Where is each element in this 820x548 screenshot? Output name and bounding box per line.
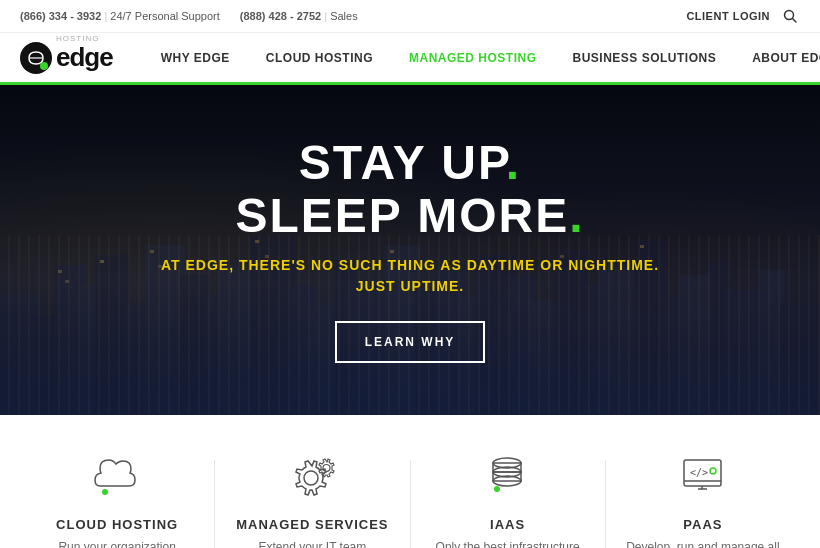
nav-item-business-solutions[interactable]: BUSINESS SOLUTIONS [554, 32, 734, 84]
logo-wordmark: edge [56, 42, 113, 72]
service-cloud-hosting-desc: Run your organizationon CloudPlus [58, 538, 175, 548]
nav-item-managed-hosting[interactable]: MANAGED HOSTING [391, 32, 555, 84]
logo-hosting: HOSTING [56, 34, 99, 43]
nav-item-about-edge[interactable]: ABOUT EDGE [734, 32, 820, 84]
service-iaas-desc: Only the best infrastructurefor your env… [436, 538, 580, 548]
phone2: (888) 428 - 2752 | Sales [240, 10, 358, 22]
nav-item-why-edge[interactable]: WHY EDGE [143, 32, 248, 84]
svg-point-54 [494, 486, 500, 492]
service-iaas-title: IAAS [490, 517, 525, 532]
svg-point-60 [710, 468, 716, 474]
service-managed-services-desc: Extend your IT teamwith Edge Hosting. [258, 538, 366, 548]
logo-icon [20, 42, 52, 74]
top-bar-right: CLIENT LOGIN [686, 6, 800, 26]
service-paas-title: PAAS [683, 517, 722, 532]
green-dot-2: . [569, 189, 584, 242]
phone1: (866) 334 - 3932 | 24/7 Personal Support [20, 10, 220, 22]
contact-info: (866) 334 - 3932 | 24/7 Personal Support… [20, 10, 358, 22]
svg-line-1 [793, 19, 797, 23]
search-button[interactable] [780, 6, 800, 26]
logo-text-wrap: HOSTING edge [56, 42, 113, 73]
nav-item-cloud-hosting[interactable]: CLOUD HOSTING [248, 32, 391, 84]
svg-text:</>: </> [690, 467, 708, 478]
services-section: CLOUD HOSTING Run your organizationon Cl… [0, 415, 820, 548]
service-iaas: IAAS Only the best infrastructurefor you… [411, 445, 605, 548]
search-icon [783, 9, 797, 23]
client-login-button[interactable]: CLIENT LOGIN [686, 10, 770, 22]
hero-content: STAY UP. SLEEP MORE. AT EDGE, THERE'S NO… [161, 137, 659, 363]
top-bar: (866) 334 - 3932 | 24/7 Personal Support… [0, 0, 820, 33]
service-cloud-hosting-title: CLOUD HOSTING [56, 517, 178, 532]
svg-point-48 [323, 464, 330, 471]
service-managed-services: MANAGED SERVICES Extend your IT teamwith… [215, 445, 409, 548]
hero-title-2: SLEEP MORE. [161, 190, 659, 243]
service-managed-services-title: MANAGED SERVICES [236, 517, 388, 532]
cloud-hosting-icon [82, 445, 152, 505]
managed-services-icon [277, 445, 347, 505]
iaas-icon [473, 445, 543, 505]
hero-subtitle: AT EDGE, THERE'S NO SUCH THING AS DAYTIM… [161, 255, 659, 297]
service-cloud-hosting: CLOUD HOSTING Run your organizationon Cl… [20, 445, 214, 548]
svg-point-47 [304, 471, 318, 485]
header: HOSTING edge WHY EDGE CLOUD HOSTING MANA… [0, 33, 820, 85]
logo[interactable]: HOSTING edge [20, 42, 113, 74]
hero-section: STAY UP. SLEEP MORE. AT EDGE, THERE'S NO… [0, 85, 820, 415]
main-nav: WHY EDGE CLOUD HOSTING MANAGED HOSTING B… [143, 32, 820, 84]
logo-dot [40, 62, 48, 70]
service-paas: </> PAAS Develop, run and manage allyour… [606, 445, 800, 548]
paas-icon: </> [668, 445, 738, 505]
green-dot-1: . [506, 136, 521, 189]
svg-point-46 [102, 489, 108, 495]
learn-why-button[interactable]: LEARN WHY [335, 321, 486, 363]
hero-title-1: STAY UP. [161, 137, 659, 190]
service-paas-desc: Develop, run and manage allyour applicat… [626, 538, 779, 548]
